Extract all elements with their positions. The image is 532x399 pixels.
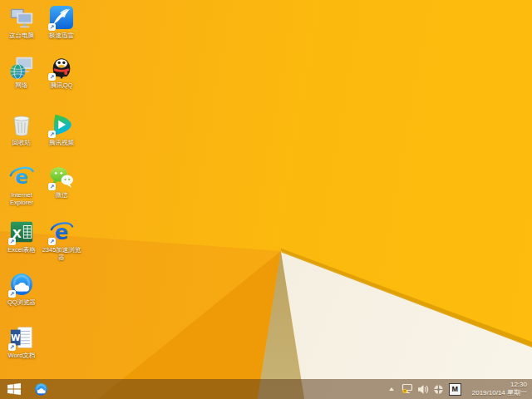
shortcut-arrow-icon: ↗ <box>8 238 16 245</box>
desktop-icon-recycle-bin[interactable]: 回收站 <box>2 112 42 146</box>
desktop-icon-network[interactable]: 网络 <box>2 55 42 89</box>
desktop-icon-qq-browser[interactable]: ↗QQ浏览器 <box>2 272 42 306</box>
icon-label: Internet Explorer <box>2 191 42 206</box>
desktop-icon-this-pc[interactable]: 这台电脑 <box>2 5 42 39</box>
shortcut-arrow-icon: ↗ <box>48 73 56 81</box>
desktop-icon-excel[interactable]: ↗Excel表格 <box>2 219 42 254</box>
shortcut-arrow-icon: ↗ <box>8 343 16 351</box>
taskbar: M 12:30 2019/10/14 星期一 <box>0 379 532 399</box>
shortcut-arrow-icon: ↗ <box>48 183 56 190</box>
hidden-icons-chevron-icon[interactable] <box>386 382 397 396</box>
shortcut-arrow-icon: ↗ <box>8 290 16 298</box>
network-icon <box>9 55 34 80</box>
shortcut-arrow-icon: ↗ <box>48 238 56 245</box>
icon-label: 回收站 <box>2 139 42 146</box>
taskbar-clock[interactable]: 12:30 2019/10/14 星期一 <box>466 381 532 397</box>
thunder-icon: ↗ <box>49 5 74 30</box>
icon-label: Excel表格 <box>2 246 42 254</box>
icon-label: 2345加速浏览器 <box>42 246 81 261</box>
desktop-icon-thunder[interactable]: ↗极速迅雷 <box>42 5 81 39</box>
this-pc-icon <box>9 5 34 30</box>
desktop-icon-wechat[interactable]: ↗微信 <box>42 165 81 199</box>
desktop-icon-grid: 这台电脑↗极速迅雷网络↗腾讯QQ回收站↗腾讯视频Internet Explore… <box>2 0 101 379</box>
start-button[interactable] <box>0 379 28 399</box>
qq-browser-icon <box>34 382 48 397</box>
icon-label: Word文档 <box>2 352 42 359</box>
windows-logo-icon <box>7 383 21 395</box>
icon-label: 极速迅雷 <box>42 32 81 39</box>
desktop-icon-internet-explorer[interactable]: Internet Explorer <box>2 165 42 206</box>
icon-label: 这台电脑 <box>2 32 42 39</box>
word-icon: ↗ <box>9 325 34 350</box>
volume-icon[interactable] <box>417 382 429 396</box>
desktop[interactable]: e X e <box>0 0 532 399</box>
browser-2345-icon: ↗ <box>49 219 74 244</box>
recycle-bin-icon <box>9 112 34 137</box>
icon-label: 腾讯QQ <box>42 81 81 89</box>
icon-label: 腾讯视频 <box>42 139 81 146</box>
desktop-icon-word[interactable]: ↗Word文档 <box>2 325 42 359</box>
clock-date: 2019/10/14 星期一 <box>472 389 527 397</box>
sync-circle-icon[interactable] <box>433 382 445 396</box>
icon-label: QQ浏览器 <box>2 298 42 306</box>
shortcut-arrow-icon: ↗ <box>48 131 56 138</box>
network-warning-icon[interactable] <box>401 382 413 396</box>
icon-label: 网络 <box>2 81 42 89</box>
shortcut-arrow-icon: ↗ <box>48 23 56 31</box>
qq-browser-icon: ↗ <box>9 272 34 297</box>
desktop-icon-browser-2345[interactable]: ↗2345加速浏览器 <box>42 219 81 261</box>
ime-indicator[interactable]: M <box>449 383 461 396</box>
qq-icon: ↗ <box>49 55 74 80</box>
wechat-icon: ↗ <box>49 165 74 190</box>
desktop-icon-qq[interactable]: ↗腾讯QQ <box>42 55 81 89</box>
clock-time: 12:30 <box>472 381 527 389</box>
tencent-video-icon: ↗ <box>49 112 74 137</box>
taskbar-pinned-qq-browser[interactable] <box>28 379 53 399</box>
icon-label: 微信 <box>42 191 81 199</box>
system-tray: M 12:30 2019/10/14 星期一 <box>386 379 532 399</box>
excel-icon: ↗ <box>9 219 34 244</box>
desktop-icon-tencent-video[interactable]: ↗腾讯视频 <box>42 112 81 146</box>
internet-explorer-icon <box>9 165 34 190</box>
